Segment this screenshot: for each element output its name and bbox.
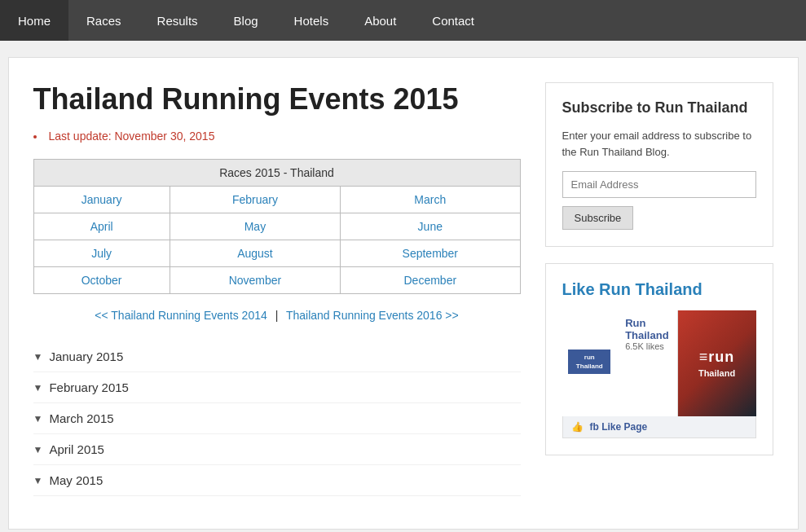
month-link-january[interactable]: January [81,193,122,206]
fb-widget: runThailand Run Thailand 6.5K likes ≡run [562,310,756,438]
table-body: January February March April May June Ju… [33,187,520,294]
fb-logo-area: runThailand [562,310,618,416]
fb-page-info: Run Thailand 6.5K likes [617,310,677,416]
like-box: Like Run Thailand runThailand Run Thaila… [545,263,773,455]
prev-year-link[interactable]: << Thailand Running Events 2014 [95,309,266,322]
fb-likes-count: 6.5K likes [625,341,668,351]
month-link-august[interactable]: August [237,247,273,260]
month-header-february[interactable]: ▼ February 2015 [33,380,521,394]
month-link-may[interactable]: May [244,220,266,233]
nav-blog[interactable]: Blog [216,0,276,41]
month-link-july[interactable]: July [91,247,112,260]
month-item-april: ▼ April 2015 [33,434,521,465]
month-label-february: February 2015 [49,380,129,394]
year-nav-links: << Thailand Running Events 2014 | Thaila… [33,309,521,322]
fb-like-page-text[interactable]: fb Like Page [590,421,648,433]
nav-results[interactable]: Results [139,0,216,41]
nav-contact[interactable]: Contact [414,0,492,41]
fb-banner-image: ≡run Thailand [678,310,756,416]
table-row: January February March [33,187,520,213]
table-row: October November December [33,267,520,294]
like-title: Like Run Thailand [562,280,756,299]
month-header-april[interactable]: ▼ April 2015 [33,442,521,456]
subscribe-box: Subscribe to Run Thailand Enter your ema… [545,82,773,247]
month-header-march[interactable]: ▼ March 2015 [33,411,521,425]
month-item-may: ▼ May 2015 [33,465,521,496]
month-label-may: May 2015 [49,473,103,487]
subscribe-description: Enter your email address to subscribe to… [562,128,756,160]
email-input[interactable] [562,171,756,198]
chevron-down-icon: ▼ [33,351,43,363]
month-link-march[interactable]: March [414,193,446,206]
chevron-down-icon: ▼ [33,413,43,424]
months-list: ▼ January 2015 ▼ February 2015 ▼ March 2… [33,341,521,496]
main-column: Thailand Running Events 2015 Last update… [33,82,521,496]
nav-about[interactable]: About [346,0,414,41]
month-label-march: March 2015 [49,411,113,425]
page-wrapper: Thailand Running Events 2015 Last update… [8,57,799,530]
chevron-down-icon: ▼ [33,444,43,455]
table-row: July August September [33,240,520,267]
month-link-february[interactable]: February [232,193,278,206]
month-header-may[interactable]: ▼ May 2015 [33,473,521,487]
subscribe-title: Subscribe to Run Thailand [562,99,756,117]
fb-thumbs-icon: 👍 [571,421,584,433]
month-link-september[interactable]: September [403,247,458,260]
main-nav: Home Races Results Blog Hotels About Con… [0,0,806,41]
last-update-list: Last update: November 30, 2015 [33,130,521,143]
content-area: Thailand Running Events 2015 Last update… [33,82,773,496]
month-link-november[interactable]: November [229,274,282,287]
month-item-february: ▼ February 2015 [33,372,521,403]
month-link-december[interactable]: December [404,274,457,287]
nav-separator: | [275,309,279,322]
month-label-january: January 2015 [49,350,123,363]
table-header: Races 2015 - Thailand [33,160,520,187]
month-link-october[interactable]: October [81,274,122,287]
month-header-january[interactable]: ▼ January 2015 [33,350,521,363]
nav-home[interactable]: Home [0,0,68,41]
races-table: Races 2015 - Thailand January February M… [33,159,521,294]
sidebar: Subscribe to Run Thailand Enter your ema… [545,82,773,496]
page-title: Thailand Running Events 2015 [33,82,521,117]
month-label-april: April 2015 [49,442,104,456]
nav-races[interactable]: Races [68,0,139,41]
subscribe-button[interactable]: Subscribe [562,206,634,230]
next-year-link[interactable]: Thailand Running Events 2016 >> [286,309,459,322]
nav-hotels[interactable]: Hotels [276,0,347,41]
month-link-june[interactable]: June [418,220,443,233]
chevron-down-icon: ▼ [33,475,43,486]
month-item-january: ▼ January 2015 [33,341,521,372]
fb-mock-banner: runThailand Run Thailand 6.5K likes ≡run [562,310,756,416]
month-link-april[interactable]: April [90,220,113,233]
month-item-march: ▼ March 2015 [33,403,521,434]
last-update-item: Last update: November 30, 2015 [33,130,521,143]
chevron-down-icon: ▼ [33,382,43,394]
fb-like-button-bar: 👍 fb Like Page [562,416,756,438]
fb-logo-box: runThailand [568,350,610,373]
table-row: April May June [33,213,520,240]
fb-page-name: Run Thailand [625,317,668,341]
